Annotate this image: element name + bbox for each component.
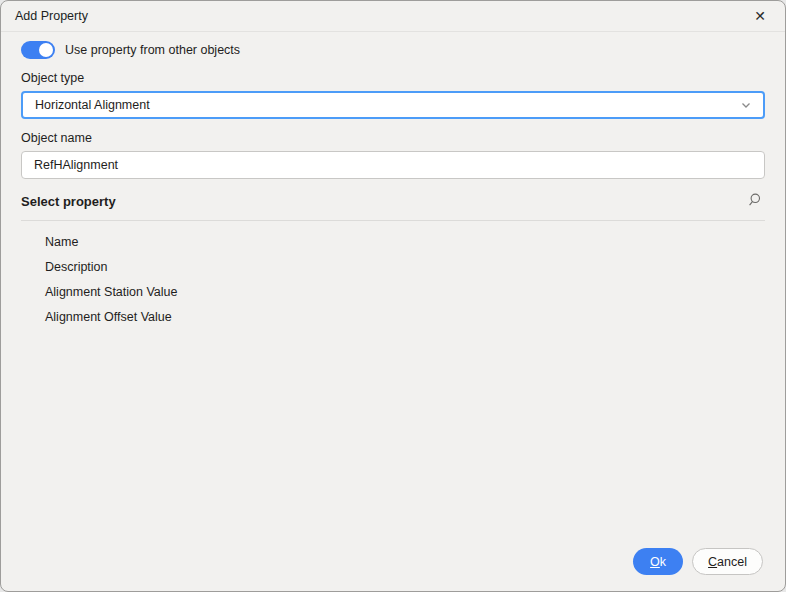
object-type-label: Object type <box>21 71 765 86</box>
chevron-down-icon <box>739 98 753 112</box>
property-list: Name Description Alignment Station Value… <box>21 229 765 329</box>
ok-button[interactable]: Ok <box>633 548 683 575</box>
use-property-toggle[interactable] <box>21 41 55 59</box>
select-property-header: Select property <box>21 191 765 211</box>
use-property-toggle-label: Use property from other objects <box>65 43 240 57</box>
dialog-content: Use property from other objects Object t… <box>1 41 785 329</box>
title-bar: Add Property ✕ <box>1 1 785 32</box>
object-type-select[interactable]: Horizontal Alignment <box>21 91 765 119</box>
toggle-knob-icon <box>39 43 53 57</box>
cancel-button[interactable]: Cancel <box>692 548 763 575</box>
object-type-value: Horizontal Alignment <box>35 98 739 112</box>
footer-buttons: Ok Cancel <box>633 548 763 575</box>
property-list-item[interactable]: Description <box>21 254 765 279</box>
object-name-label: Object name <box>21 131 765 146</box>
add-property-dialog: Add Property ✕ Use property from other o… <box>0 0 786 592</box>
search-button[interactable] <box>743 190 765 212</box>
property-list-item[interactable]: Alignment Offset Value <box>21 304 765 329</box>
select-property-title: Select property <box>21 194 116 209</box>
object-name-input[interactable] <box>21 151 765 179</box>
cancel-button-label: Cancel <box>708 555 747 569</box>
dialog-title: Add Property <box>15 9 88 23</box>
property-list-item[interactable]: Name <box>21 229 765 254</box>
close-icon: ✕ <box>754 8 766 24</box>
search-icon <box>746 192 762 211</box>
property-list-item[interactable]: Alignment Station Value <box>21 279 765 304</box>
close-button[interactable]: ✕ <box>749 5 771 27</box>
use-property-toggle-row: Use property from other objects <box>21 41 765 59</box>
ok-button-label: Ok <box>650 555 666 569</box>
section-divider <box>21 220 765 221</box>
